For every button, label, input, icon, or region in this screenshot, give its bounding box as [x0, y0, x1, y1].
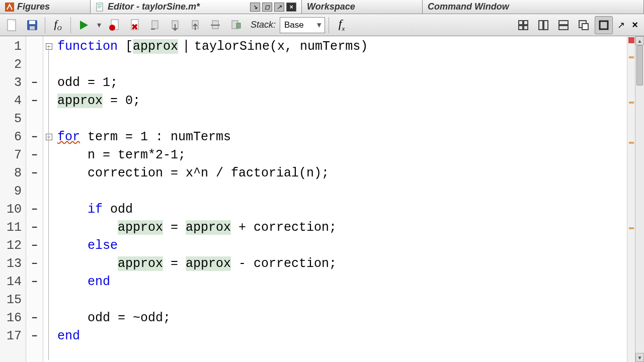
save-button[interactable] [23, 16, 41, 34]
line-number: 12 [0, 236, 26, 254]
warning-mark-icon[interactable] [629, 56, 634, 58]
line-number: 8 [0, 164, 26, 182]
scroll-up-icon[interactable]: ▲ [635, 36, 644, 45]
tab-window-controls: ↘ ◻ ↗ × [250, 3, 296, 12]
line-number: 2 [0, 55, 26, 73]
breakpoint-slot[interactable]: – [26, 309, 43, 327]
svg-rect-31 [600, 21, 608, 29]
line-number: 5 [0, 110, 26, 128]
error-indicator-icon[interactable] [628, 37, 634, 43]
svg-point-12 [109, 25, 115, 31]
tab-editor[interactable]: Editor - taylorSine.m* ↘ ◻ ↗ × [91, 0, 302, 14]
svg-rect-4 [98, 8, 101, 8]
vertical-scrollbar[interactable]: ▲ ▼ [635, 36, 644, 362]
breakpoint-slot[interactable]: – [26, 200, 43, 218]
breakpoint-slot[interactable] [26, 110, 43, 128]
breakpoint-slot[interactable]: – [26, 327, 43, 345]
line-number: 6 [0, 128, 26, 146]
svg-rect-23 [519, 26, 523, 30]
svg-rect-9 [30, 26, 35, 30]
line-number: 4 [0, 92, 26, 110]
layout-float-button[interactable] [575, 16, 593, 34]
run-button[interactable] [74, 16, 93, 34]
run-dropdown[interactable]: ▾ [95, 16, 104, 34]
breakpoint-slot[interactable]: – [26, 236, 43, 254]
breakpoint-slot[interactable] [26, 55, 43, 73]
line-number: 11 [0, 218, 26, 236]
code-analyzer-bar[interactable] [627, 36, 635, 362]
svg-rect-25 [539, 21, 543, 30]
svg-rect-1 [97, 3, 103, 11]
step-in-button[interactable] [166, 16, 184, 34]
svg-rect-22 [524, 21, 528, 25]
tab-workspace[interactable]: Workspace [302, 0, 423, 14]
tab-label: Editor - taylorSine.m* [108, 2, 200, 12]
maximize-icon[interactable]: ◻ [262, 3, 272, 12]
breakpoint-slot[interactable]: – [26, 273, 43, 291]
warning-mark-icon[interactable] [629, 227, 634, 229]
svg-rect-21 [519, 21, 523, 25]
layout-left-right-button[interactable] [534, 16, 552, 34]
line-number: 17 [0, 327, 26, 345]
line-number: 9 [0, 182, 26, 200]
set-breakpoint-button[interactable] [106, 16, 124, 34]
step-button[interactable] [146, 16, 164, 34]
step-out-button[interactable] [186, 16, 204, 34]
line-number: 13 [0, 254, 26, 273]
breakpoint-slot[interactable]: – [26, 73, 43, 92]
scrollbar-thumb[interactable] [636, 45, 643, 85]
line-number: 1 [0, 37, 26, 55]
breakpoint-slot[interactable]: – [26, 92, 43, 110]
undock-icon[interactable]: ↗ [274, 3, 284, 12]
close-panel-button[interactable]: × [629, 16, 641, 34]
dock-button[interactable]: ↗ [615, 16, 627, 34]
exit-debug-button[interactable] [226, 16, 245, 34]
code-content[interactable]: function [approx taylorSine(x, numTerms)… [54, 36, 627, 362]
svg-text:✖: ✖ [131, 23, 138, 31]
tab-label: Figures [17, 2, 50, 12]
fold-column[interactable]: − − [43, 36, 54, 362]
breakpoint-slot[interactable]: – [26, 164, 43, 182]
breakpoint-slot[interactable] [26, 37, 43, 55]
stack-select[interactable]: Base [280, 17, 325, 33]
tab-command-window[interactable]: Command Window [423, 0, 644, 14]
editor-toolbar: fO ▾ ✖ Stack: Base fx ↗ × [0, 14, 644, 36]
breakpoint-column[interactable]: –––––––––––– [26, 36, 43, 362]
clear-breakpoint-button[interactable]: ✖ [126, 16, 144, 34]
breakpoint-slot[interactable] [26, 182, 43, 200]
breakpoint-slot[interactable]: – [26, 218, 43, 236]
line-number: 7 [0, 146, 26, 164]
breakpoint-slot[interactable]: – [26, 128, 43, 146]
close-icon[interactable]: × [286, 3, 296, 12]
breakpoint-slot[interactable]: – [26, 146, 43, 164]
svg-rect-3 [98, 6, 102, 7]
tab-label: Command Window [428, 2, 509, 12]
fold-toggle-icon[interactable]: − [46, 134, 52, 140]
svg-marker-10 [80, 21, 88, 30]
matlab-icon [5, 3, 14, 12]
layout-maximize-button[interactable] [595, 16, 613, 34]
minimize-icon[interactable]: ↘ [250, 3, 260, 12]
stack-value: Base [284, 20, 304, 30]
window-tabbar: Figures Editor - taylorSine.m* ↘ ◻ ↗ × W… [0, 0, 644, 14]
line-number-gutter: 1234567891011121314151617 [0, 36, 26, 362]
tab-figures[interactable]: Figures [0, 0, 91, 14]
scroll-down-icon[interactable]: ▼ [635, 353, 644, 362]
warning-mark-icon[interactable] [629, 102, 634, 104]
tab-label: Workspace [307, 2, 355, 12]
line-number: 14 [0, 273, 26, 291]
line-number: 10 [0, 200, 26, 218]
svg-rect-28 [559, 26, 568, 30]
layout-top-bottom-button[interactable] [554, 16, 573, 34]
breakpoint-slot[interactable]: – [26, 254, 43, 273]
layout-tiled-button[interactable] [514, 16, 532, 34]
continue-button[interactable] [206, 16, 224, 34]
breakpoint-slot[interactable] [26, 291, 43, 309]
warning-mark-icon[interactable] [629, 142, 634, 144]
new-file-button[interactable] [3, 16, 21, 34]
svg-rect-30 [582, 24, 588, 30]
function-browser-button[interactable]: fx [333, 16, 351, 34]
insert-function-button[interactable]: fO [49, 16, 67, 34]
line-number: 3 [0, 73, 26, 92]
fold-toggle-icon[interactable]: − [46, 43, 52, 50]
